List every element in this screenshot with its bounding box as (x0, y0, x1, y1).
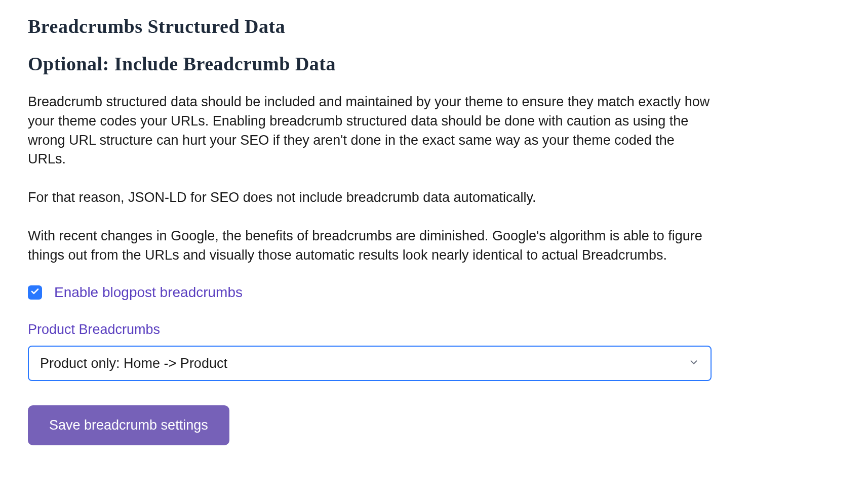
enable-blogpost-breadcrumbs-row: Enable blogpost breadcrumbs (28, 284, 839, 301)
checkmark-icon (30, 287, 40, 298)
enable-blogpost-breadcrumbs-checkbox[interactable] (28, 285, 42, 300)
product-breadcrumbs-select-wrapper: Product only: Home -> Product (28, 346, 712, 381)
enable-blogpost-breadcrumbs-label[interactable]: Enable blogpost breadcrumbs (54, 284, 243, 301)
description-paragraph-3: With recent changes in Google, the benef… (28, 227, 712, 265)
description-paragraph-1: Breadcrumb structured data should be inc… (28, 93, 712, 169)
section-subtitle: Optional: Include Breadcrumb Data (28, 53, 839, 75)
product-breadcrumbs-label: Product Breadcrumbs (28, 322, 839, 338)
save-breadcrumb-settings-button[interactable]: Save breadcrumb settings (28, 405, 229, 445)
description-paragraph-2: For that reason, JSON-LD for SEO does no… (28, 188, 712, 207)
product-breadcrumbs-select[interactable]: Product only: Home -> Product (28, 346, 712, 381)
page-title: Breadcrumbs Structured Data (28, 15, 839, 37)
